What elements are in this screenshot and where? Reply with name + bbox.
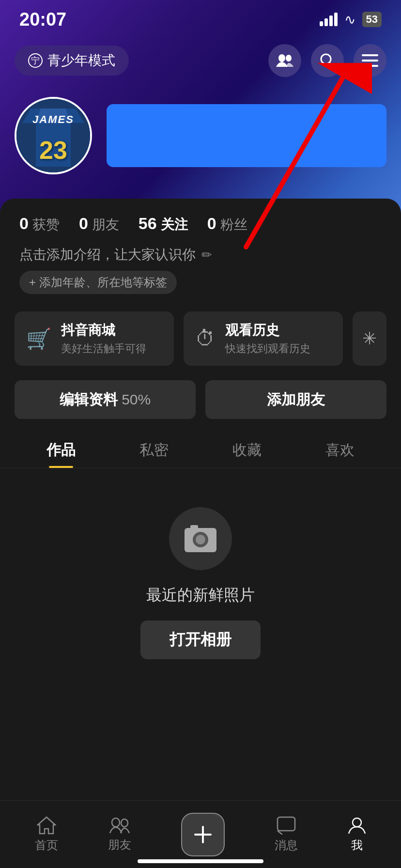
stat-likes-num: 0 — [19, 214, 29, 233]
clock-icon: ⏱ — [195, 327, 216, 350]
status-time: 20:07 — [19, 9, 66, 30]
stat-friends: 0 朋友 — [79, 214, 119, 234]
edit-profile-button[interactable]: 编辑资料 50% — [15, 380, 196, 419]
message-icon — [277, 816, 296, 835]
svg-point-0 — [278, 54, 285, 62]
menu-icon-button[interactable] — [354, 44, 386, 77]
douyin-mall-title: 抖音商城 — [61, 321, 146, 340]
nav-friends-label: 朋友 — [108, 837, 131, 852]
douyin-mall-card[interactable]: 🛒 抖音商城 美好生活触手可得 — [15, 311, 174, 366]
menu-icon — [362, 54, 378, 67]
bottom-nav: 首页 朋友 消息 我 — [0, 800, 401, 868]
friends-icon — [276, 53, 293, 68]
svg-rect-6 — [362, 65, 378, 67]
svg-rect-5 — [362, 60, 378, 62]
watch-history-info: 观看历史 快速找到观看历史 — [225, 321, 310, 356]
youth-mode-label: 青少年模式 — [47, 51, 115, 70]
tab-collection[interactable]: 收藏 — [200, 431, 293, 468]
avatar-inner: JAMES 23 — [16, 99, 90, 172]
stats-row: 0 获赞 0 朋友 56 关注 0 粉丝 — [0, 199, 401, 242]
tabs-row: 作品 私密 收藏 喜欢 — [0, 431, 401, 468]
tab-likes[interactable]: 喜欢 — [293, 431, 386, 468]
svg-marker-14 — [38, 817, 55, 834]
edit-icon: ✏ — [201, 248, 212, 263]
tab-works[interactable]: 作品 — [15, 431, 108, 468]
nav-messages-label: 消息 — [275, 837, 298, 853]
avatar[interactable]: JAMES 23 — [15, 97, 92, 174]
nav-me-label: 我 — [351, 837, 363, 853]
svg-line-3 — [329, 62, 335, 68]
stat-following-num: 56 — [139, 214, 157, 233]
youth-icon: 宁 — [28, 53, 43, 68]
nav-me-icon — [348, 816, 366, 835]
search-icon-button[interactable] — [311, 44, 344, 77]
status-icons: ∿ 53 — [320, 12, 382, 28]
stat-following-label: 关注 — [161, 216, 188, 234]
bio-section: 点击添加介绍，让大家认识你 ✏ + 添加年龄、所在地等标签 — [0, 242, 401, 302]
quick-actions: 🛒 抖音商城 美好生活触手可得 ⏱ 观看历史 快速找到观看历史 ✳ — [0, 302, 401, 375]
svg-rect-13 — [190, 525, 198, 530]
asterisk-icon: ✳ — [362, 328, 377, 349]
home-icon — [37, 816, 56, 835]
create-button[interactable] — [181, 813, 225, 856]
status-bar: 20:07 ∿ 53 — [0, 0, 401, 39]
battery-icon: 53 — [362, 12, 382, 27]
nav-messages[interactable]: 消息 — [275, 816, 298, 853]
jersey-number-text: 23 — [39, 138, 67, 163]
douyin-mall-subtitle: 美好生活触手可得 — [61, 341, 146, 356]
nav-create[interactable] — [181, 813, 225, 856]
empty-state: 最近的新鲜照片 打开相册 — [0, 468, 401, 698]
action-buttons: 编辑资料 50% 添加朋友 — [0, 375, 401, 431]
tags-row: + 添加年龄、所在地等标签 — [19, 271, 382, 294]
home-indicator — [138, 859, 263, 863]
svg-point-15 — [112, 818, 120, 827]
plus-icon — [192, 824, 214, 845]
svg-point-16 — [121, 819, 128, 827]
watch-history-card[interactable]: ⏱ 观看历史 快速找到观看历史 — [184, 311, 343, 366]
tab-works-label: 作品 — [46, 442, 76, 458]
friends-icon-button[interactable] — [268, 44, 301, 77]
svg-rect-4 — [362, 54, 378, 56]
stat-friends-label: 朋友 — [92, 216, 119, 234]
main-card: 0 获赞 0 朋友 56 关注 0 粉丝 点击添加介绍，让大家认识你 ✏ + 添… — [0, 199, 401, 810]
svg-rect-19 — [278, 817, 295, 831]
svg-point-12 — [196, 535, 205, 544]
stat-fans-label: 粉丝 — [220, 216, 247, 234]
username-box: Janes 29 — [107, 104, 386, 167]
tab-private[interactable]: 私密 — [108, 431, 200, 468]
stat-fans: 0 粉丝 — [207, 214, 247, 234]
stat-friends-num: 0 — [79, 214, 88, 233]
top-nav: 宁 青少年模式 — [0, 39, 401, 82]
cart-icon: 🛒 — [26, 327, 51, 351]
bio-placeholder: 点击添加介绍，让大家认识你 — [19, 246, 196, 264]
wifi-icon: ∿ — [344, 12, 355, 28]
jersey-name-text: JAMES — [32, 113, 74, 126]
tab-private-label: 私密 — [139, 442, 169, 458]
nav-friends-icon — [109, 817, 130, 834]
stat-fans-num: 0 — [207, 214, 216, 233]
photo-icon — [184, 524, 217, 553]
empty-state-title: 最近的新鲜照片 — [146, 585, 255, 606]
nav-right-icons — [268, 44, 386, 77]
nav-friends[interactable]: 朋友 — [108, 817, 131, 852]
stat-following[interactable]: 56 关注 — [139, 214, 188, 234]
tab-collection-label: 收藏 — [232, 442, 262, 458]
youth-mode-button[interactable]: 宁 青少年模式 — [15, 46, 129, 76]
svg-point-21 — [353, 818, 361, 827]
search-icon — [319, 52, 336, 69]
open-album-label: 打开相册 — [170, 631, 231, 648]
nav-me[interactable]: 我 — [348, 816, 366, 853]
open-album-button[interactable]: 打开相册 — [140, 620, 261, 659]
empty-icon-container — [169, 507, 232, 570]
nav-home-label: 首页 — [35, 837, 58, 853]
watch-history-title: 观看历史 — [225, 321, 310, 340]
add-tag-button[interactable]: + 添加年龄、所在地等标签 — [19, 271, 177, 294]
more-actions-button[interactable]: ✳ — [353, 311, 386, 366]
bio-text[interactable]: 点击添加介绍，让大家认识你 ✏ — [19, 246, 382, 264]
add-friend-button[interactable]: 添加朋友 — [205, 380, 386, 419]
svg-point-1 — [286, 55, 292, 62]
add-friend-label: 添加朋友 — [267, 390, 325, 410]
stat-likes-label: 获赞 — [32, 216, 60, 234]
edit-profile-progress: 50% — [118, 391, 151, 408]
nav-home[interactable]: 首页 — [35, 816, 58, 853]
